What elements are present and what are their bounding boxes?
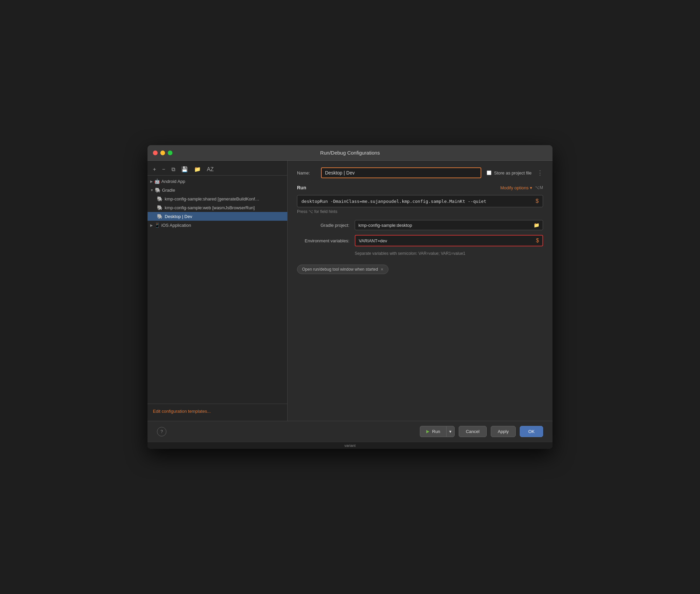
gradle-icon: 🐘	[155, 187, 161, 193]
chip-label: Open run/debug tool window when started	[302, 267, 378, 272]
chevron-right-icon: ▶	[150, 223, 153, 227]
gradle-project-value: kmp-config-sample:desktop	[358, 223, 412, 228]
sidebar-item-android-app[interactable]: ▶ 🤖 Android App	[147, 177, 287, 186]
env-variables-row: Environment variables: VARIANT=dev $	[297, 235, 543, 246]
gradle-icon: 🐘	[157, 205, 163, 210]
ok-button[interactable]: OK	[520, 426, 543, 437]
help-button[interactable]: ?	[157, 427, 166, 436]
sidebar-item-kmp-web[interactable]: 🐘 kmp-config-sample:web [wasmJsBrowserRu…	[147, 203, 287, 212]
run-command-text: desktopRun -DmainClass=me.sujanpoudel.km…	[301, 199, 536, 204]
ios-icon: 📱	[154, 222, 160, 228]
dialog-title: Run/Debug Configurations	[320, 150, 380, 156]
run-button[interactable]: Run	[420, 426, 446, 437]
edit-templates-link[interactable]: Edit configuration templates...	[153, 409, 211, 414]
shortcut-hint: ⌥M	[535, 185, 543, 190]
modify-options-label: Modify options	[500, 185, 529, 190]
status-text: variant	[344, 443, 355, 448]
sidebar-item-desktop-dev[interactable]: 🐘 Desktop | Dev	[147, 212, 287, 221]
save-config-button[interactable]: 💾	[180, 165, 189, 173]
run-button-label: Run	[432, 429, 440, 434]
maximize-button[interactable]	[168, 151, 172, 155]
store-project-section: Store as project file	[487, 170, 532, 176]
name-label: Name:	[297, 170, 316, 176]
remove-config-button[interactable]: −	[161, 166, 166, 173]
run-command-row: desktopRun -DmainClass=me.sujanpoudel.km…	[297, 195, 543, 207]
sidebar-item-label: Android App	[161, 179, 185, 184]
title-bar: Run/Debug Configurations	[147, 145, 553, 161]
traffic-lights	[153, 151, 172, 155]
close-button[interactable]	[153, 151, 158, 155]
modify-options-button[interactable]: Modify options ▾	[500, 185, 532, 190]
chevron-down-icon: ▾	[530, 185, 532, 190]
run-arrow-icon	[426, 430, 429, 433]
desktop-icon: 🐘	[157, 214, 163, 219]
dialog-body: + − ⧉ 💾 📁 AZ ▶ 🤖 Android App ▼ 🐘 Gradle	[147, 161, 553, 421]
copy-config-button[interactable]: ⧉	[170, 166, 177, 173]
name-row: Name: Store as project file ⋮	[297, 167, 543, 178]
env-variables-input[interactable]: VARIANT=dev $	[355, 235, 543, 246]
sidebar-item-gradle[interactable]: ▼ 🐘 Gradle	[147, 186, 287, 194]
store-project-checkbox[interactable]	[487, 170, 491, 175]
sidebar-item-label: iOS Application	[161, 223, 191, 228]
add-config-button[interactable]: +	[152, 166, 157, 173]
gradle-project-row: Gradle project: kmp-config-sample:deskto…	[297, 220, 543, 230]
folder-icon: 📁	[534, 222, 539, 228]
chip-row: Open run/debug tool window when started …	[297, 265, 543, 274]
run-section-header: Run Modify options ▾ ⌥M	[297, 185, 543, 190]
minimize-button[interactable]	[160, 151, 165, 155]
sidebar-item-ios-application[interactable]: ▶ 📱 iOS Application	[147, 221, 287, 230]
env-hint: Separate variables with semicolon: VAR=v…	[355, 251, 543, 256]
sidebar-item-label: kmp-config-sample:web [wasmJsBrowserRun]	[165, 205, 255, 210]
sidebar-item-label: Gradle	[162, 188, 175, 193]
more-options-button[interactable]: ⋮	[537, 169, 543, 177]
footer-buttons: Run ▾ Cancel Apply OK	[420, 426, 543, 437]
env-variables-label: Environment variables:	[297, 238, 349, 243]
chip-close-button[interactable]: ×	[381, 267, 383, 272]
status-bar: variant	[147, 442, 553, 449]
run-dropdown-button[interactable]: ▾	[446, 426, 455, 437]
apply-button[interactable]: Apply	[491, 426, 516, 437]
tool-window-chip: Open run/debug tool window when started …	[297, 265, 388, 274]
name-input[interactable]	[321, 167, 481, 178]
chevron-right-icon: ▶	[150, 180, 153, 183]
field-hint: Press ⌥ for field hints	[297, 209, 543, 214]
dollar-icon: $	[536, 198, 539, 204]
sort-button[interactable]: AZ	[206, 166, 215, 173]
run-cancel-group: Run ▾	[420, 426, 455, 437]
sidebar-footer: Edit configuration templates...	[147, 404, 287, 418]
dollar-icon: $	[536, 238, 539, 244]
gradle-icon: 🐘	[157, 196, 163, 201]
cancel-button[interactable]: Cancel	[459, 426, 486, 437]
run-debug-dialog: Run/Debug Configurations + − ⧉ 💾 📁 AZ ▶ …	[147, 145, 553, 449]
sidebar-item-label: Desktop | Dev	[165, 214, 192, 219]
chevron-down-icon: ▼	[150, 188, 154, 192]
sidebar-item-label: kmp-config-sample:shared [generateBuildK…	[165, 196, 259, 201]
run-section-label: Run	[297, 185, 306, 190]
env-variables-value: VARIANT=dev	[359, 238, 387, 243]
gradle-project-input[interactable]: kmp-config-sample:desktop 📁	[355, 220, 543, 230]
main-panel: Name: Store as project file ⋮ Run Modify…	[288, 161, 553, 421]
sidebar: + − ⧉ 💾 📁 AZ ▶ 🤖 Android App ▼ 🐘 Gradle	[147, 161, 288, 421]
gradle-project-label: Gradle project:	[297, 223, 349, 228]
sidebar-item-kmp-shared[interactable]: 🐘 kmp-config-sample:shared [generateBuil…	[147, 194, 287, 203]
dialog-footer: ? Run ▾ Cancel Apply OK	[147, 421, 553, 442]
sidebar-toolbar: + − ⧉ 💾 📁 AZ	[147, 163, 287, 176]
folder-button[interactable]: 📁	[193, 165, 202, 173]
store-project-label: Store as project file	[494, 170, 532, 176]
android-icon: 🤖	[154, 179, 160, 184]
